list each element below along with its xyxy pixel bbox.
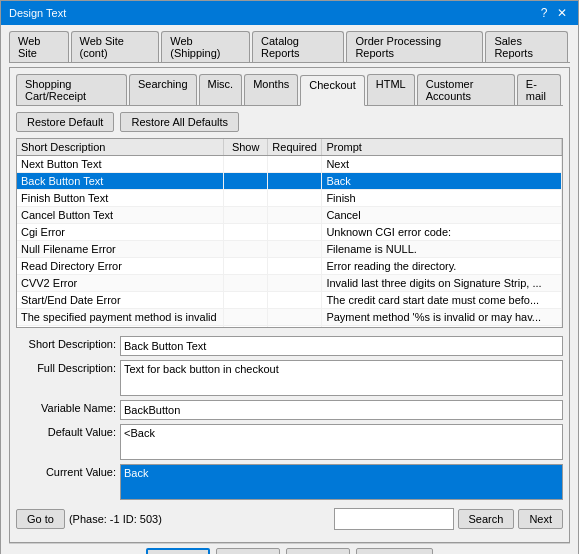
cell-desc: Next Button Text xyxy=(17,156,224,173)
cell-required xyxy=(267,207,321,224)
tab-panel: Shopping Cart/Receipt Searching Misc. Mo… xyxy=(9,67,570,543)
cell-desc: Prompt displayed to customers trying to … xyxy=(17,326,224,329)
tab-website[interactable]: Web Site xyxy=(9,31,69,62)
main-window: Design Text ? ✕ Web Site Web Site (cont)… xyxy=(0,0,579,554)
cell-prompt: Cancel xyxy=(322,207,562,224)
cell-required xyxy=(267,258,321,275)
cell-desc: Cancel Button Text xyxy=(17,207,224,224)
cell-show xyxy=(224,207,268,224)
cell-show xyxy=(224,173,268,190)
tab-sales-reports[interactable]: Sales Reports xyxy=(485,31,568,62)
col-header-show: Show xyxy=(224,139,268,156)
table-row[interactable]: Finish Button Text Finish xyxy=(17,190,562,207)
data-table-container[interactable]: Short Description Show Required Prompt N… xyxy=(16,138,563,328)
cell-prompt: Filename is NULL. xyxy=(322,241,562,258)
title-bar: Design Text ? ✕ xyxy=(1,1,578,25)
current-value-textarea[interactable] xyxy=(120,464,563,500)
variable-row: Variable Name: xyxy=(16,400,563,420)
cell-required xyxy=(267,309,321,326)
table-row[interactable]: CVV2 Error Invalid last three digits on … xyxy=(17,275,562,292)
table-row[interactable]: Null Filename Error Filename is NULL. xyxy=(17,241,562,258)
tab-web-shipping[interactable]: Web (Shipping) xyxy=(161,31,250,62)
tab-checkout[interactable]: Checkout xyxy=(300,75,364,106)
short-desc-input[interactable] xyxy=(120,336,563,356)
next-button[interactable]: Next xyxy=(518,509,563,529)
how-do-i-button[interactable]: How Do I? xyxy=(356,548,433,554)
form-section: Short Description: Full Description: Var… xyxy=(16,336,563,500)
tab-customer-accounts[interactable]: Customer Accounts xyxy=(417,74,515,105)
close-button[interactable]: ✕ xyxy=(554,5,570,21)
cell-prompt: Back xyxy=(322,173,562,190)
table-row[interactable]: Cancel Button Text Cancel xyxy=(17,207,562,224)
tab-shopping[interactable]: Shopping Cart/Receipt xyxy=(16,74,127,105)
cell-show xyxy=(224,156,268,173)
restore-default-button[interactable]: Restore Default xyxy=(16,112,114,132)
default-row: Default Value: xyxy=(16,424,563,460)
window-title: Design Text xyxy=(9,7,66,19)
table-row[interactable]: The specified payment method is invalid … xyxy=(17,309,562,326)
variable-input[interactable] xyxy=(120,400,563,420)
tab-website-cont[interactable]: Web Site (cont) xyxy=(71,31,160,62)
restore-row: Restore Default Restore All Defaults xyxy=(16,112,563,132)
tab-catalog-reports[interactable]: Catalog Reports xyxy=(252,31,344,62)
title-bar-controls: ? ✕ xyxy=(536,5,570,21)
cell-required xyxy=(267,173,321,190)
goto-button[interactable]: Go to xyxy=(16,509,65,529)
short-desc-row: Short Description: xyxy=(16,336,563,356)
cell-show xyxy=(224,309,268,326)
phase-info: (Phase: -1 ID: 503) xyxy=(69,513,162,525)
cell-desc: Null Filename Error xyxy=(17,241,224,258)
cell-show xyxy=(224,190,268,207)
current-value-row: Current Value: xyxy=(16,464,563,500)
cell-prompt: The credit card start date must come bef… xyxy=(322,292,562,309)
table-row[interactable]: Start/End Date Error The credit card sta… xyxy=(17,292,562,309)
cell-required xyxy=(267,275,321,292)
table-row[interactable]: Prompt displayed to customers trying to … xyxy=(17,326,562,329)
search-input[interactable] xyxy=(334,508,454,530)
table-row[interactable]: Next Button Text Next xyxy=(17,156,562,173)
table-row[interactable]: Read Directory Error Error reading the d… xyxy=(17,258,562,275)
cell-prompt: Invalid last three digits on Signature S… xyxy=(322,275,562,292)
cell-required xyxy=(267,326,321,329)
cell-show xyxy=(224,292,268,309)
tab-html[interactable]: HTML xyxy=(367,74,415,105)
tab-months[interactable]: Months xyxy=(244,74,298,105)
apply-button[interactable]: Apply xyxy=(286,548,350,554)
cell-prompt: Finish xyxy=(322,190,562,207)
default-label: Default Value: xyxy=(16,424,116,438)
tab-misc[interactable]: Misc. xyxy=(199,74,243,105)
full-desc-textarea[interactable] xyxy=(120,360,563,396)
cell-prompt: Next xyxy=(322,156,562,173)
cell-desc: Cgi Error xyxy=(17,224,224,241)
tab-order-processing[interactable]: Order Processing Reports xyxy=(346,31,483,62)
table-row[interactable]: Back Button Text Back xyxy=(17,173,562,190)
cell-show xyxy=(224,275,268,292)
short-desc-label: Short Description: xyxy=(16,336,116,350)
cell-desc: The specified payment method is invalid xyxy=(17,309,224,326)
full-desc-label: Full Description: xyxy=(16,360,116,374)
tab-email[interactable]: E-mail xyxy=(517,74,561,105)
col-header-required: Required xyxy=(267,139,321,156)
tab-searching[interactable]: Searching xyxy=(129,74,197,105)
cell-prompt: Unknown CGI error code: xyxy=(322,224,562,241)
cell-required xyxy=(267,241,321,258)
ok-button[interactable]: OK xyxy=(146,548,210,554)
cancel-button[interactable]: Cancel xyxy=(216,548,280,554)
restore-all-button[interactable]: Restore All Defaults xyxy=(120,112,239,132)
help-button[interactable]: ? xyxy=(536,5,552,21)
cell-desc: Finish Button Text xyxy=(17,190,224,207)
data-table: Short Description Show Required Prompt N… xyxy=(17,139,562,328)
cell-show xyxy=(224,326,268,329)
bottom-bar: Go to (Phase: -1 ID: 503) Search Next xyxy=(16,508,563,530)
table-row[interactable]: Cgi Error Unknown CGI error code: xyxy=(17,224,562,241)
current-label: Current Value: xyxy=(16,464,116,478)
col-header-desc: Short Description xyxy=(17,139,224,156)
content-area: Web Site Web Site (cont) Web (Shipping) … xyxy=(1,25,578,554)
cell-desc: Read Directory Error xyxy=(17,258,224,275)
cell-prompt: Error reading the directory. xyxy=(322,258,562,275)
default-textarea[interactable] xyxy=(120,424,563,460)
cell-required xyxy=(267,224,321,241)
secondary-tabs: Shopping Cart/Receipt Searching Misc. Mo… xyxy=(16,74,563,106)
cell-desc: Start/End Date Error xyxy=(17,292,224,309)
search-button[interactable]: Search xyxy=(458,509,515,529)
